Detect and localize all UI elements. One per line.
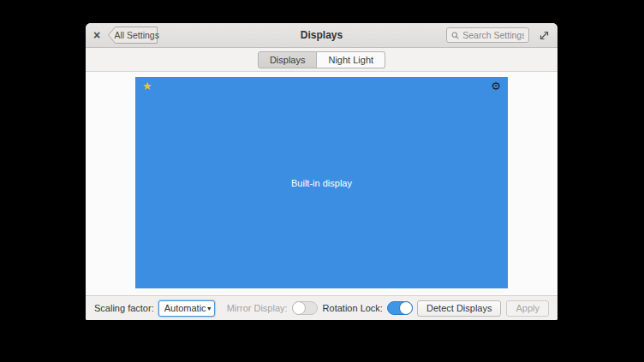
display-settings-gear-icon[interactable]: ⚙ bbox=[491, 80, 501, 93]
tab-displays[interactable]: Displays bbox=[258, 51, 318, 68]
scaling-factor-label: Scaling factor: bbox=[94, 303, 154, 313]
search-field[interactable] bbox=[446, 27, 529, 43]
mirror-display-label: Mirror Display: bbox=[227, 303, 288, 313]
search-icon bbox=[451, 31, 459, 40]
header-bar: × All Settings Displays bbox=[86, 23, 558, 48]
mirror-display-toggle bbox=[292, 301, 318, 315]
scaling-factor-dropdown[interactable]: Automatic ▼ bbox=[158, 300, 215, 317]
close-icon[interactable]: × bbox=[93, 29, 100, 41]
primary-display-star-icon: ★ bbox=[142, 80, 152, 93]
tab-night-light[interactable]: Night Light bbox=[317, 51, 385, 68]
rotation-lock-label: Rotation Lock: bbox=[323, 303, 383, 313]
displays-settings-window: × All Settings Displays Displays Night bbox=[86, 23, 558, 320]
all-settings-back-button[interactable]: All Settings bbox=[108, 27, 158, 44]
apply-button: Apply bbox=[506, 300, 549, 317]
toggle-knob bbox=[399, 301, 413, 315]
toggle-knob bbox=[292, 301, 306, 315]
back-button-label: All Settings bbox=[116, 27, 158, 44]
display-preview[interactable]: ★ ⚙ Built-in display bbox=[135, 77, 508, 288]
scaling-factor-value: Automatic bbox=[164, 303, 206, 313]
view-switcher: Displays Night Light bbox=[86, 48, 558, 72]
search-input[interactable] bbox=[462, 30, 524, 40]
detect-displays-button[interactable]: Detect Displays bbox=[417, 300, 501, 317]
chevron-down-icon: ▼ bbox=[206, 306, 212, 312]
display-name-label: Built-in display bbox=[291, 178, 352, 188]
maximize-icon[interactable] bbox=[539, 30, 550, 41]
content-area: ★ ⚙ Built-in display bbox=[86, 72, 558, 295]
action-bar: Scaling factor: Automatic ▼ Mirror Displ… bbox=[86, 295, 558, 320]
rotation-lock-toggle[interactable] bbox=[387, 301, 413, 315]
